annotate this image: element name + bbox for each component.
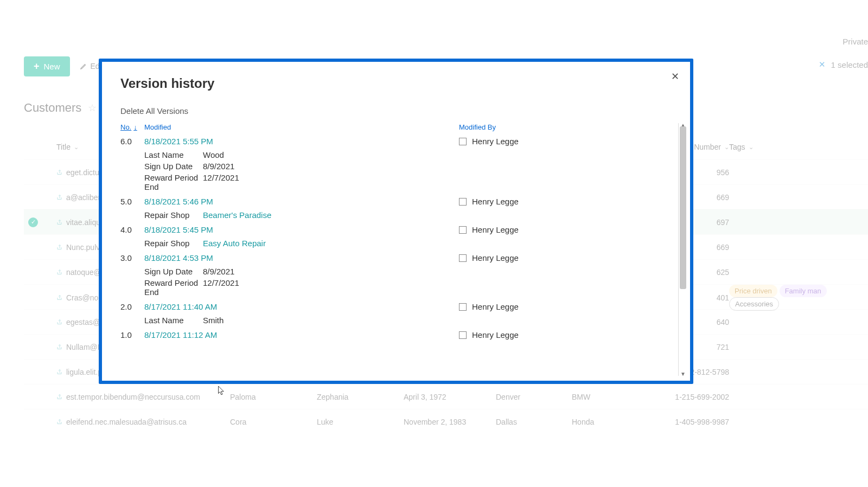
col-modified[interactable]: Modified xyxy=(144,123,459,131)
version-modified-link[interactable]: 8/18/2021 5:46 PM xyxy=(144,197,459,206)
user-avatar-icon xyxy=(459,226,467,234)
version-modified-by: Henry Legge xyxy=(459,225,665,234)
detail-label: Repair Shop xyxy=(144,239,203,248)
scroll-thumb[interactable] xyxy=(680,126,686,289)
version-modified-by: Henry Legge xyxy=(459,137,665,146)
scroll-down-arrow-icon[interactable]: ▼ xyxy=(680,371,686,377)
detail-label: Last Name xyxy=(144,150,203,159)
version-modified-link[interactable]: 8/17/2021 11:40 AM xyxy=(144,302,459,311)
detail-label: Sign Up Date xyxy=(144,267,203,276)
version-detail-row: Repair Shop Beamer's Paradise xyxy=(144,209,672,221)
detail-value: 12/7/2021 xyxy=(203,278,366,297)
detail-value[interactable]: Beamer's Paradise xyxy=(203,210,366,220)
delete-all-versions-link[interactable]: Delete All Versions xyxy=(120,106,672,116)
detail-value: Wood xyxy=(203,150,366,159)
user-avatar-icon xyxy=(459,254,467,262)
user-avatar-icon xyxy=(459,331,467,339)
version-modified-by: Henry Legge xyxy=(459,197,665,206)
modified-by-name: Henry Legge xyxy=(472,197,519,206)
version-number: 1.0 xyxy=(120,330,144,339)
dialog-close-button[interactable]: ✕ xyxy=(671,71,679,82)
version-detail-row: Sign Up Date 8/9/2021 xyxy=(144,161,672,172)
modified-by-name: Henry Legge xyxy=(472,137,519,146)
version-row[interactable]: 4.0 8/18/2021 5:45 PM Henry Legge xyxy=(120,222,672,234)
version-number: 5.0 xyxy=(120,197,144,206)
version-row[interactable]: 2.0 8/17/2021 11:40 AM Henry Legge xyxy=(120,299,672,311)
detail-label: Sign Up Date xyxy=(144,162,203,171)
detail-label: Reward Period End xyxy=(144,278,203,297)
version-history-dialog: Version history ✕ Delete All Versions No… xyxy=(99,59,693,384)
version-detail-block: Repair Shop Easy Auto Repair xyxy=(120,234,672,250)
version-number: 4.0 xyxy=(120,225,144,234)
version-row[interactable]: 3.0 8/18/2021 4:53 PM Henry Legge xyxy=(120,250,672,262)
version-detail-row: Last Name Smith xyxy=(144,315,672,326)
detail-value: 12/7/2021 xyxy=(203,173,366,191)
version-modified-link[interactable]: 8/17/2021 11:12 AM xyxy=(144,330,459,339)
sort-descending-icon: ↓ xyxy=(133,123,137,131)
version-number: 3.0 xyxy=(120,253,144,262)
col-modified-by[interactable]: Modified By xyxy=(459,123,665,131)
modified-by-name: Henry Legge xyxy=(472,302,519,311)
detail-value[interactable]: Easy Auto Repair xyxy=(203,239,366,248)
user-avatar-icon xyxy=(459,303,467,311)
version-modified-link[interactable]: 8/18/2021 5:45 PM xyxy=(144,225,459,234)
detail-value: 8/9/2021 xyxy=(203,162,366,171)
version-row[interactable]: 5.0 8/18/2021 5:46 PM Henry Legge xyxy=(120,194,672,206)
version-modified-by: Henry Legge xyxy=(459,330,665,339)
user-avatar-icon xyxy=(459,198,467,206)
detail-value: 8/9/2021 xyxy=(203,267,366,276)
version-detail-block: Repair Shop Beamer's Paradise xyxy=(120,206,672,222)
dialog-scrollbar[interactable]: ▲ ▼ xyxy=(678,123,688,376)
version-detail-block: Last Name Smith xyxy=(120,311,672,327)
version-modified-link[interactable]: 8/18/2021 4:53 PM xyxy=(144,253,459,262)
version-detail-row: Reward Period End 12/7/2021 xyxy=(144,172,672,193)
version-detail-block: Sign Up Date 8/9/2021 Reward Period End … xyxy=(120,262,672,299)
dialog-title: Version history xyxy=(120,76,672,91)
version-detail-row: Last Name Wood xyxy=(144,149,672,161)
detail-label: Repair Shop xyxy=(144,210,203,220)
user-avatar-icon xyxy=(459,138,467,145)
version-detail-row: Sign Up Date 8/9/2021 xyxy=(144,266,672,277)
version-modified-by: Henry Legge xyxy=(459,253,665,262)
version-row[interactable]: 1.0 8/17/2021 11:12 AM Henry Legge xyxy=(120,327,672,339)
version-number: 2.0 xyxy=(120,302,144,311)
version-row[interactable]: 6.0 8/18/2021 5:55 PM Henry Legge xyxy=(120,133,672,146)
version-modified-link[interactable]: 8/18/2021 5:55 PM xyxy=(144,137,459,146)
version-number: 6.0 xyxy=(120,137,144,146)
modified-by-name: Henry Legge xyxy=(472,225,519,234)
version-detail-block: Last Name Wood Sign Up Date 8/9/2021 Rew… xyxy=(120,146,672,194)
detail-label: Last Name xyxy=(144,316,203,325)
col-no[interactable]: No.↓ xyxy=(120,123,144,131)
modified-by-name: Henry Legge xyxy=(472,330,519,339)
version-history-table: No.↓ Modified Modified By 6.0 8/18/2021 … xyxy=(120,123,672,339)
version-modified-by: Henry Legge xyxy=(459,302,665,311)
detail-value: Smith xyxy=(203,316,366,325)
modified-by-name: Henry Legge xyxy=(472,253,519,262)
version-history-header: No.↓ Modified Modified By xyxy=(120,123,672,133)
version-detail-row: Reward Period End 12/7/2021 xyxy=(144,277,672,298)
detail-label: Reward Period End xyxy=(144,173,203,191)
version-detail-row: Repair Shop Easy Auto Repair xyxy=(144,238,672,249)
pointer-cursor-icon xyxy=(216,385,226,397)
